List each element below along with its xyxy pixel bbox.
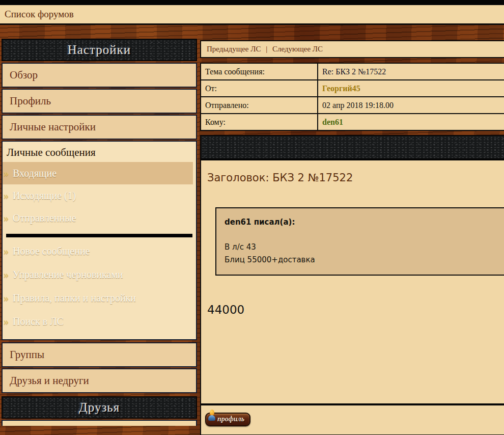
arrow-marker-icon: » [4, 246, 9, 257]
topic-value: Re: БКЗ 2 №17522 [322, 67, 386, 76]
sent-date: 02 апр 2018 19:18.00 [322, 101, 394, 110]
private-messages-section: Личные сообщения » Входящие » Исходящие … [2, 141, 197, 340]
arrow-marker-icon: » [4, 190, 9, 202]
arrow-marker-icon: » [4, 292, 9, 304]
to-label: Кому: [201, 114, 318, 130]
table-row: Отправлено: 02 апр 2018 19:18.00 [201, 97, 504, 114]
forum-list-link[interactable]: Список форумов [5, 9, 74, 20]
arrow-marker-icon: » [4, 316, 9, 328]
quote-line: В л/с 43 [225, 241, 504, 254]
sidebar-item-label: Профиль [10, 95, 51, 107]
folder-outbox[interactable]: » Исходящие (1) [3, 184, 196, 207]
nav-separator: | [266, 45, 267, 53]
message-panel: Заголовок: БКЗ 2 №17522 den61 писал(а): … [200, 160, 504, 435]
sidebar-item-label: Группы [10, 348, 44, 361]
topic-label: Тема сообщения: [201, 63, 318, 80]
message-footer: профиль [201, 405, 504, 435]
friends-header-label: Друзья [79, 400, 120, 415]
profile-button[interactable]: профиль [205, 413, 250, 426]
quote-box: den61 писал(а): В л/с 43 Блиц 55000+дост… [215, 207, 504, 276]
content-area: Настройки Обзор Профиль Личные настройки… [0, 39, 504, 435]
sidebar-item-overview[interactable]: Обзор [2, 63, 197, 88]
sidebar-item-profile[interactable]: Профиль [2, 89, 197, 114]
action-label: Правила, папки и настройки [13, 292, 136, 304]
arrow-marker-icon: » [4, 168, 9, 179]
folder-label: Отправленные [13, 212, 76, 224]
table-row: Кому: den61 [201, 114, 504, 130]
sidebar-item-personal-settings[interactable]: Личные настройки [2, 115, 197, 140]
table-row: От: Георгий45 [201, 80, 504, 97]
sidebar-divider [6, 234, 192, 237]
message-text: 44000 [207, 303, 504, 316]
message-info-table: Тема сообщения: Re: БКЗ 2 №17522 От: Гео… [200, 63, 504, 131]
folder-label: Входящие [13, 168, 57, 179]
next-pm-link[interactable]: Следующее ЛС [272, 45, 323, 53]
message-body: Заголовок: БКЗ 2 №17522 den61 писал(а): … [201, 160, 504, 403]
top-black-strip [0, 0, 504, 4]
sidebar-item-label: Друзья и недруги [10, 374, 89, 387]
section-label: Личные сообщения [7, 146, 96, 158]
profile-button-label: профиль [217, 415, 244, 423]
arrow-marker-icon: » [4, 269, 9, 281]
action-rules-folders-settings[interactable]: » Правила, папки и настройки [3, 286, 196, 310]
sender-link[interactable]: Георгий45 [322, 84, 360, 93]
profile-person-icon [208, 410, 215, 424]
folder-label: Исходящие (1) [13, 190, 76, 202]
folder-inbox[interactable]: » Входящие [3, 162, 193, 184]
action-label: Новое сообщение [13, 246, 90, 257]
settings-sidebar: Настройки Обзор Профиль Личные настройки… [2, 39, 197, 426]
action-search-pm[interactable]: » Поиск в ЛС [3, 310, 196, 333]
action-manage-drafts[interactable]: » Управление черновиками [3, 263, 196, 286]
message-header-bar [200, 135, 504, 160]
folder-sent[interactable]: » Отправленные [3, 207, 196, 229]
message-view: Предыдущее ЛС | Следующее ЛС Тема сообще… [200, 39, 504, 435]
sidebar-item-friends-foes[interactable]: Друзья и недруги [2, 368, 197, 393]
from-label: От: [201, 80, 318, 97]
sidebar-item-label: Обзор [10, 69, 38, 81]
sidebar-item-groups[interactable]: Группы [2, 342, 197, 367]
friends-header: Друзья [2, 396, 197, 419]
friends-panel-top [2, 420, 197, 426]
quote-line: Блиц 55000+доставка [225, 254, 504, 266]
table-row: Тема сообщения: Re: БКЗ 2 №17522 [201, 63, 504, 80]
pm-navigation: Предыдущее ЛС | Следующее ЛС [200, 40, 504, 58]
recipient-link[interactable]: den61 [322, 118, 343, 126]
action-new-message[interactable]: » Новое сообщение [3, 239, 196, 263]
sent-label: Отправлено: [201, 97, 318, 114]
sidebar-item-label: Личные настройки [10, 121, 96, 133]
breadcrumb-bar: Список форумов [0, 4, 504, 25]
arrow-marker-icon: » [4, 212, 9, 224]
settings-header-label: Настройки [68, 43, 131, 57]
previous-pm-link[interactable]: Предыдущее ЛС [207, 45, 261, 53]
action-label: Поиск в ЛС [13, 316, 64, 328]
action-label: Управление черновиками [13, 269, 123, 281]
private-messages-section-label[interactable]: Личные сообщения [3, 144, 196, 162]
message-subject: Заголовок: БКЗ 2 №17522 [207, 172, 504, 184]
quote-author: den61 писал(а): [225, 218, 504, 227]
settings-header: Настройки [2, 39, 197, 61]
